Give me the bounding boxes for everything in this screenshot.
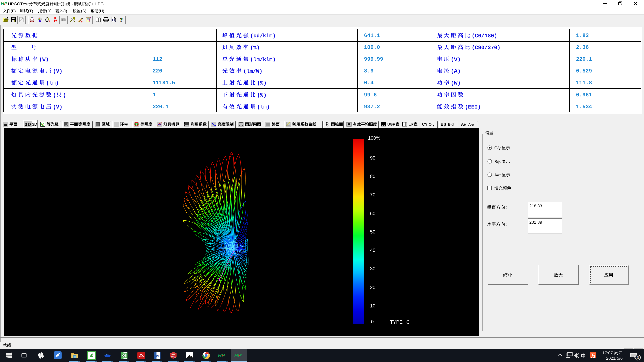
svg-text:HP: HP <box>218 352 225 358</box>
svg-text:HP: HP <box>1 1 7 6</box>
svg-text:3: 3 <box>637 356 639 360</box>
svg-text:HP: HP <box>234 352 242 358</box>
svg-text:?: ? <box>120 17 123 23</box>
svg-text:2016: 2016 <box>171 356 176 358</box>
svg-text:R: R <box>92 352 94 354</box>
svg-text:W: W <box>155 354 159 358</box>
